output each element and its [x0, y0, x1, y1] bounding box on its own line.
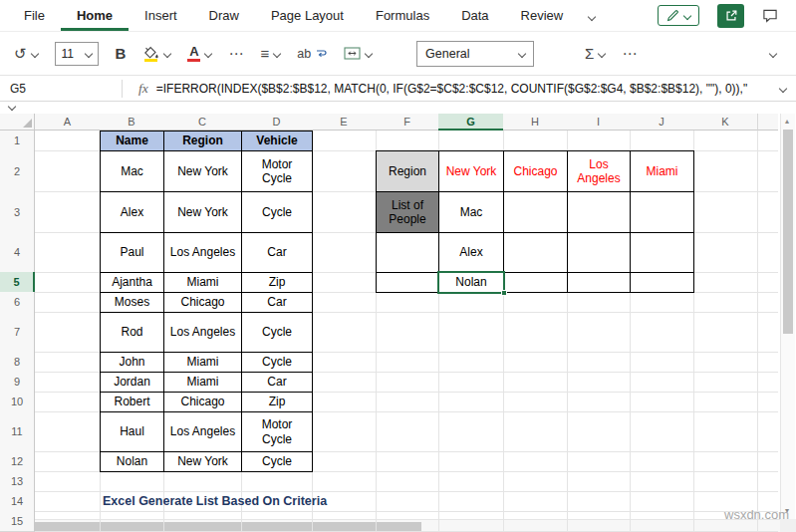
cell-B11[interactable]: Haul	[100, 411, 164, 452]
undo-button[interactable]: ↺	[14, 45, 38, 63]
merge-center-button[interactable]	[344, 47, 372, 60]
cell-C6[interactable]: Chicago	[163, 292, 242, 313]
cell-B2[interactable]: Mac	[100, 150, 164, 192]
cell-J3[interactable]	[630, 191, 694, 233]
font-size-select[interactable]: 11	[55, 42, 99, 66]
editing-mode-button[interactable]	[658, 5, 699, 26]
column-header-I[interactable]: I	[567, 114, 631, 131]
cell-H4[interactable]	[503, 232, 568, 273]
cell-B7[interactable]: Rod	[100, 312, 164, 353]
row-header-13[interactable]: 13	[0, 471, 35, 492]
cell-H2[interactable]: Chicago	[503, 150, 568, 192]
share-button[interactable]	[717, 4, 744, 28]
bold-button[interactable]: B	[116, 45, 127, 62]
cell-G4[interactable]: Alex	[438, 232, 504, 273]
cell-J4[interactable]	[630, 232, 694, 273]
row-header-5[interactable]: 5	[0, 272, 35, 293]
column-header-F[interactable]: F	[376, 114, 439, 131]
cell-D11[interactable]: Motor Cycle	[241, 411, 313, 452]
cell-B10[interactable]: Robert	[100, 392, 164, 412]
expand-formula-bar-chevron[interactable]	[779, 84, 787, 92]
cell-C3[interactable]: New York	[163, 191, 242, 233]
cell-C8[interactable]: Miami	[163, 352, 242, 373]
cell-J5[interactable]	[630, 272, 694, 293]
horizontal-scrollbar-thumb[interactable]	[33, 522, 421, 531]
cell-D9[interactable]: Car	[241, 372, 313, 393]
cell-G5[interactable]: Nolan	[438, 272, 504, 293]
cell-B6[interactable]: Moses	[100, 292, 164, 313]
row-header-14[interactable]: 14	[0, 491, 35, 512]
row-header-7[interactable]: 7	[0, 312, 35, 353]
name-box[interactable]: G5	[0, 82, 122, 96]
cell-I2[interactable]: Los Angeles	[567, 150, 631, 192]
alignment-button[interactable]: ≡	[260, 45, 280, 62]
cell-B4[interactable]: Paul	[100, 232, 164, 273]
cell-C5[interactable]: Miami	[163, 272, 242, 293]
vertical-scrollbar[interactable]: ▴ ▾	[780, 114, 795, 519]
cell-C2[interactable]: New York	[163, 150, 242, 192]
cell-G3[interactable]: Mac	[438, 191, 504, 233]
autosum-button[interactable]: Σ	[585, 45, 605, 62]
cell-F2[interactable]: Region	[376, 150, 439, 192]
row-header-4[interactable]: 4	[0, 232, 35, 273]
cell-J2[interactable]: Miami	[630, 150, 694, 192]
column-header-B[interactable]: B	[100, 114, 164, 131]
column-header-E[interactable]: E	[312, 114, 377, 131]
cell-D12[interactable]: Cycle	[241, 451, 313, 472]
tab-review[interactable]: Review	[505, 0, 580, 31]
wrap-text-button[interactable]: ab	[297, 47, 327, 61]
cell-I4[interactable]	[567, 232, 631, 273]
cell-H3[interactable]	[503, 191, 568, 233]
column-header-H[interactable]: H	[503, 114, 568, 131]
cell-D7[interactable]: Cycle	[241, 312, 313, 353]
vertical-scrollbar-thumb[interactable]	[783, 130, 793, 334]
cell-H5[interactable]	[503, 272, 568, 293]
tab-insert[interactable]: Insert	[129, 0, 193, 31]
tab-file[interactable]: File	[8, 0, 61, 31]
cell-D5[interactable]: Zip	[241, 272, 313, 293]
cell-D10[interactable]: Zip	[241, 392, 313, 412]
cell-I3[interactable]	[567, 191, 631, 233]
formula-input[interactable]: =IFERROR(INDEX($B$2:$B$12, MATCH(0, IF(G…	[156, 82, 774, 96]
collapse-toolbar-chevron[interactable]	[769, 49, 777, 57]
tab-formulas[interactable]: Formulas	[360, 0, 445, 31]
row-header-3[interactable]: 3	[0, 191, 35, 233]
cell-C11[interactable]: Los Angeles	[163, 411, 242, 452]
row-header-8[interactable]: 8	[0, 352, 35, 373]
row-header-11[interactable]: 11	[0, 411, 35, 452]
column-header-K[interactable]: K	[693, 114, 758, 131]
cell-D8[interactable]: Cycle	[241, 352, 313, 373]
cell-B9[interactable]: Jordan	[100, 372, 164, 393]
cell-C7[interactable]: Los Angeles	[163, 312, 242, 353]
row-header-9[interactable]: 9	[0, 372, 35, 393]
row-header-15[interactable]: 15	[0, 511, 35, 532]
more-tabs-button[interactable]	[579, 0, 605, 31]
tab-draw[interactable]: Draw	[193, 0, 255, 31]
cell-C9[interactable]: Miami	[163, 372, 242, 393]
cell-B8[interactable]: John	[100, 352, 164, 373]
cell-C12[interactable]: New York	[163, 451, 242, 472]
cell-G2[interactable]: New York	[438, 150, 504, 192]
cell-I5[interactable]	[567, 272, 631, 293]
cell-D1[interactable]: Vehicle	[241, 131, 313, 151]
more-commands-button[interactable]: ⋯	[622, 45, 637, 63]
column-header-D[interactable]: D	[241, 114, 313, 131]
row-header-6[interactable]: 6	[0, 292, 35, 313]
cell-C10[interactable]: Chicago	[163, 392, 242, 412]
cell-B5[interactable]: Ajantha	[100, 272, 164, 293]
scroll-up-arrow[interactable]: ▴	[785, 118, 789, 126]
cell-D3[interactable]: Cycle	[241, 191, 313, 233]
column-header-A[interactable]: A	[35, 114, 101, 131]
cell-D2[interactable]: Motor Cycle	[241, 150, 313, 192]
tab-data[interactable]: Data	[445, 0, 504, 31]
tab-home[interactable]: Home	[61, 0, 129, 31]
comments-button[interactable]	[762, 8, 778, 23]
cell-F4[interactable]	[376, 232, 439, 273]
more-font-options-button[interactable]: ⋯	[228, 45, 243, 63]
cell-B3[interactable]: Alex	[100, 191, 164, 233]
cell-F3[interactable]: List of People	[376, 191, 439, 233]
number-format-select[interactable]: General	[416, 41, 534, 67]
cell-D6[interactable]: Car	[241, 292, 313, 313]
fx-icon[interactable]: fx	[138, 81, 148, 97]
row-header-10[interactable]: 10	[0, 392, 35, 412]
